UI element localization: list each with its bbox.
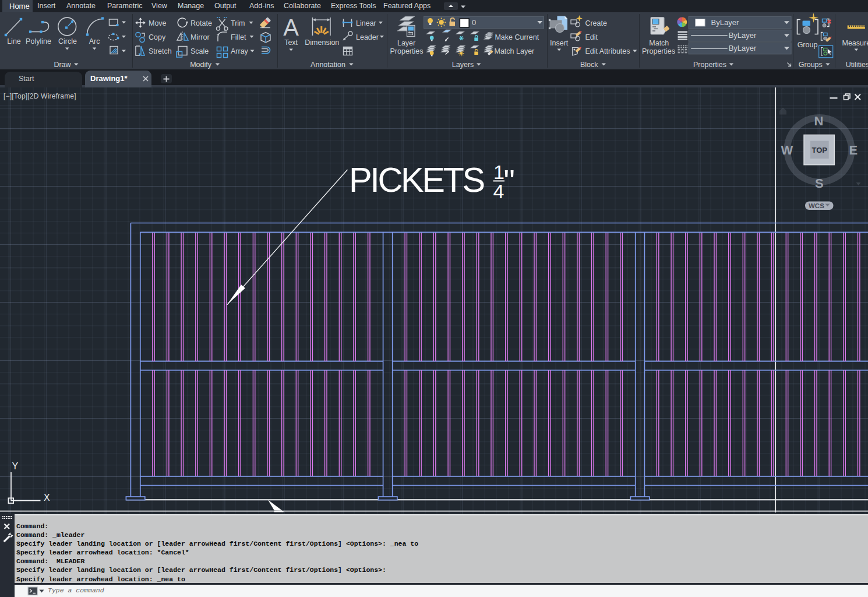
svg-text:Match: Match <box>649 39 669 47</box>
svg-text:Layers: Layers <box>452 61 474 69</box>
svg-text:Arc: Arc <box>89 37 100 45</box>
svg-text:": " <box>504 163 515 199</box>
svg-text:Block: Block <box>580 61 598 69</box>
svg-text:Fillet: Fillet <box>231 33 246 41</box>
svg-text:Trim: Trim <box>231 19 245 27</box>
svg-text:Match Layer: Match Layer <box>495 47 535 55</box>
svg-text:Insert: Insert <box>550 39 569 47</box>
svg-text:Make Current: Make Current <box>495 33 539 41</box>
svg-text:Stretch: Stretch <box>149 47 172 55</box>
svg-text:X: X <box>44 493 50 503</box>
svg-text:0: 0 <box>472 18 476 27</box>
svg-text:Properties: Properties <box>693 61 726 69</box>
svg-text:Measure: Measure <box>842 39 868 47</box>
svg-text:Draw: Draw <box>54 61 71 69</box>
svg-text:TOP: TOP <box>812 146 828 154</box>
svg-text:Properties: Properties <box>390 47 424 55</box>
svg-text:Modify: Modify <box>190 61 212 69</box>
svg-text:Polyline: Polyline <box>26 37 51 45</box>
svg-text:ByLayer: ByLayer <box>729 31 757 40</box>
svg-text:1: 1 <box>493 161 504 183</box>
svg-text:Create: Create <box>585 19 607 27</box>
svg-text:Edit: Edit <box>585 33 598 41</box>
svg-text:Move: Move <box>149 19 167 27</box>
svg-text:E: E <box>849 143 858 157</box>
svg-text:W: W <box>781 143 793 157</box>
svg-text:Annotation: Annotation <box>310 61 345 69</box>
svg-text:WCS: WCS <box>809 202 824 209</box>
svg-text:Utilities: Utilities <box>846 61 868 69</box>
svg-text:Text: Text <box>284 38 298 47</box>
svg-text:Edit Attributes: Edit Attributes <box>585 47 630 55</box>
svg-text:ByLayer: ByLayer <box>711 18 739 27</box>
svg-text:S: S <box>815 176 824 191</box>
svg-text:Scale: Scale <box>190 47 209 55</box>
svg-text:Circle: Circle <box>58 37 77 45</box>
svg-text:N: N <box>814 114 824 128</box>
svg-text:Group: Group <box>798 41 818 49</box>
svg-text:Line: Line <box>7 37 21 45</box>
svg-text:Mirror: Mirror <box>190 33 210 41</box>
svg-text:Copy: Copy <box>149 33 166 41</box>
svg-text:4: 4 <box>493 180 504 202</box>
svg-text:A: A <box>283 15 299 40</box>
svg-text:Dimension: Dimension <box>305 38 339 47</box>
svg-text:ByLayer: ByLayer <box>729 44 757 52</box>
svg-text:Array: Array <box>231 47 249 55</box>
svg-text:Linear: Linear <box>356 19 376 27</box>
svg-text:PICKETS: PICKETS <box>349 160 484 199</box>
svg-text:Rotate: Rotate <box>190 19 212 27</box>
svg-text:Y: Y <box>12 461 19 471</box>
svg-text:Groups: Groups <box>799 61 823 69</box>
svg-text:Properties: Properties <box>642 47 675 55</box>
svg-text:Leader: Leader <box>356 33 379 41</box>
svg-text:Layer: Layer <box>397 39 415 47</box>
